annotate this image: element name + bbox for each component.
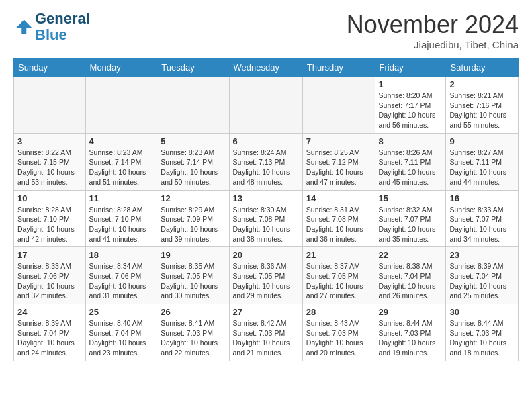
day-number: 29 [379,307,443,317]
calendar: SundayMondayTuesdayWednesdayThursdayFrid… [13,58,519,361]
day-detail: Sunrise: 8:28 AM Sunset: 7:10 PM Dayligh… [89,205,154,244]
day-number: 23 [449,250,515,260]
weekday-header: Thursday [302,59,375,77]
day-detail: Sunrise: 8:23 AM Sunset: 7:14 PM Dayligh… [89,148,154,187]
weekday-header: Monday [85,59,157,77]
day-detail: Sunrise: 8:32 AM Sunset: 7:07 PM Dayligh… [379,205,443,244]
weekday-header: Saturday [446,59,519,77]
calendar-week-row: 1Sunrise: 8:20 AM Sunset: 7:17 PM Daylig… [14,77,519,134]
weekday-header: Tuesday [157,59,229,77]
day-number: 30 [449,307,515,317]
day-number: 19 [161,250,225,260]
day-number: 2 [449,79,515,89]
calendar-day-cell [14,77,86,134]
day-detail: Sunrise: 8:35 AM Sunset: 7:05 PM Dayligh… [161,261,225,301]
svg-marker-1 [16,20,33,34]
day-detail: Sunrise: 8:20 AM Sunset: 7:17 PM Dayligh… [379,91,443,130]
day-number: 1 [379,79,443,89]
calendar-header-row: SundayMondayTuesdayWednesdayThursdayFrid… [14,59,519,77]
day-detail: Sunrise: 8:28 AM Sunset: 7:10 PM Dayligh… [17,205,82,244]
day-detail: Sunrise: 8:41 AM Sunset: 7:03 PM Dayligh… [161,318,225,358]
day-number: 3 [17,136,82,146]
calendar-day-cell: 27Sunrise: 8:42 AM Sunset: 7:03 PM Dayli… [229,304,302,361]
day-detail: Sunrise: 8:43 AM Sunset: 7:03 PM Dayligh… [306,318,371,358]
day-number: 17 [17,250,82,260]
day-number: 28 [306,307,371,317]
day-number: 11 [89,193,154,203]
day-number: 26 [161,307,225,317]
day-detail: Sunrise: 8:44 AM Sunset: 7:03 PM Dayligh… [449,318,515,358]
day-number: 6 [233,136,299,146]
day-detail: Sunrise: 8:38 AM Sunset: 7:04 PM Dayligh… [379,261,443,301]
calendar-day-cell: 17Sunrise: 8:33 AM Sunset: 7:06 PM Dayli… [14,247,86,304]
header: General Blue November 2024 Jiajuedibu, T… [13,11,519,50]
day-detail: Sunrise: 8:36 AM Sunset: 7:05 PM Dayligh… [233,261,299,301]
calendar-day-cell: 12Sunrise: 8:29 AM Sunset: 7:09 PM Dayli… [157,190,229,247]
day-number: 10 [17,193,82,203]
day-detail: Sunrise: 8:31 AM Sunset: 7:08 PM Dayligh… [306,205,371,244]
day-number: 22 [379,250,443,260]
day-number: 21 [306,250,371,260]
calendar-day-cell: 18Sunrise: 8:34 AM Sunset: 7:06 PM Dayli… [85,247,157,304]
day-detail: Sunrise: 8:37 AM Sunset: 7:05 PM Dayligh… [306,261,371,301]
calendar-day-cell: 29Sunrise: 8:44 AM Sunset: 7:03 PM Dayli… [375,304,446,361]
calendar-day-cell: 4Sunrise: 8:23 AM Sunset: 7:14 PM Daylig… [85,133,157,190]
day-number: 27 [233,307,299,317]
calendar-day-cell: 3Sunrise: 8:22 AM Sunset: 7:15 PM Daylig… [14,133,86,190]
calendar-week-row: 10Sunrise: 8:28 AM Sunset: 7:10 PM Dayli… [14,190,519,247]
day-detail: Sunrise: 8:33 AM Sunset: 7:07 PM Dayligh… [449,205,515,244]
calendar-day-cell: 2Sunrise: 8:21 AM Sunset: 7:16 PM Daylig… [446,77,519,134]
day-number: 16 [449,193,515,203]
calendar-day-cell [229,77,302,134]
month-year: November 2024 [347,11,519,39]
calendar-day-cell: 16Sunrise: 8:33 AM Sunset: 7:07 PM Dayli… [446,190,519,247]
day-number: 15 [379,193,443,203]
day-detail: Sunrise: 8:33 AM Sunset: 7:06 PM Dayligh… [17,261,82,301]
calendar-day-cell: 6Sunrise: 8:24 AM Sunset: 7:13 PM Daylig… [229,133,302,190]
calendar-day-cell [85,77,157,134]
calendar-day-cell: 22Sunrise: 8:38 AM Sunset: 7:04 PM Dayli… [375,247,446,304]
location: Jiajuedibu, Tibet, China [347,39,519,50]
calendar-day-cell: 19Sunrise: 8:35 AM Sunset: 7:05 PM Dayli… [157,247,229,304]
calendar-week-row: 24Sunrise: 8:39 AM Sunset: 7:04 PM Dayli… [14,304,519,361]
day-number: 14 [306,193,371,203]
day-number: 25 [89,307,154,317]
calendar-day-cell: 30Sunrise: 8:44 AM Sunset: 7:03 PM Dayli… [446,304,519,361]
day-detail: Sunrise: 8:23 AM Sunset: 7:14 PM Dayligh… [161,148,225,187]
day-detail: Sunrise: 8:22 AM Sunset: 7:15 PM Dayligh… [17,148,82,187]
day-detail: Sunrise: 8:39 AM Sunset: 7:04 PM Dayligh… [17,318,82,358]
calendar-day-cell: 10Sunrise: 8:28 AM Sunset: 7:10 PM Dayli… [14,190,86,247]
day-detail: Sunrise: 8:40 AM Sunset: 7:04 PM Dayligh… [89,318,154,358]
day-number: 12 [161,193,225,203]
weekday-header: Wednesday [229,59,302,77]
day-detail: Sunrise: 8:24 AM Sunset: 7:13 PM Dayligh… [233,148,299,187]
calendar-day-cell: 13Sunrise: 8:30 AM Sunset: 7:08 PM Dayli… [229,190,302,247]
calendar-day-cell: 20Sunrise: 8:36 AM Sunset: 7:05 PM Dayli… [229,247,302,304]
day-number: 5 [161,136,225,146]
day-detail: Sunrise: 8:21 AM Sunset: 7:16 PM Dayligh… [449,91,515,130]
calendar-week-row: 17Sunrise: 8:33 AM Sunset: 7:06 PM Dayli… [14,247,519,304]
calendar-day-cell: 28Sunrise: 8:43 AM Sunset: 7:03 PM Dayli… [302,304,375,361]
title-block: November 2024 Jiajuedibu, Tibet, China [347,11,519,50]
logo-line2: Blue [35,27,90,43]
day-number: 24 [17,307,82,317]
day-detail: Sunrise: 8:29 AM Sunset: 7:09 PM Dayligh… [161,205,225,244]
calendar-day-cell: 25Sunrise: 8:40 AM Sunset: 7:04 PM Dayli… [85,304,157,361]
calendar-day-cell: 8Sunrise: 8:26 AM Sunset: 7:11 PM Daylig… [375,133,446,190]
calendar-week-row: 3Sunrise: 8:22 AM Sunset: 7:15 PM Daylig… [14,133,519,190]
day-number: 7 [306,136,371,146]
calendar-day-cell: 9Sunrise: 8:27 AM Sunset: 7:11 PM Daylig… [446,133,519,190]
calendar-day-cell: 26Sunrise: 8:41 AM Sunset: 7:03 PM Dayli… [157,304,229,361]
page: General Blue November 2024 Jiajuedibu, T… [0,0,532,372]
calendar-day-cell: 24Sunrise: 8:39 AM Sunset: 7:04 PM Dayli… [14,304,86,361]
calendar-day-cell [302,77,375,134]
day-number: 4 [89,136,154,146]
day-number: 20 [233,250,299,260]
calendar-day-cell: 7Sunrise: 8:25 AM Sunset: 7:12 PM Daylig… [302,133,375,190]
day-detail: Sunrise: 8:26 AM Sunset: 7:11 PM Dayligh… [379,148,443,187]
logo: General Blue [13,11,90,43]
day-number: 8 [379,136,443,146]
logo-icon [13,17,32,36]
day-detail: Sunrise: 8:34 AM Sunset: 7:06 PM Dayligh… [89,261,154,301]
logo-line1: General [35,11,90,27]
